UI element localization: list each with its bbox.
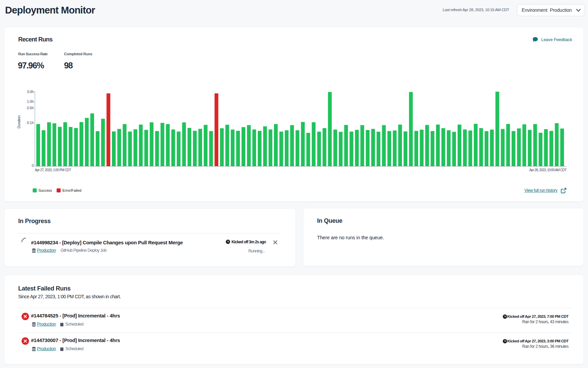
svg-text:0.5h: 0.5h (27, 106, 34, 110)
svg-text:Duration: Duration (17, 116, 21, 129)
svg-text:1.0h: 1.0h (27, 99, 34, 103)
svg-text:Apr 27, 2023, 1:00 PM CDT: Apr 27, 2023, 1:00 PM CDT (35, 168, 71, 172)
svg-text:0.1h: 0.1h (27, 121, 34, 125)
svg-text:3.0h: 3.0h (27, 90, 34, 94)
svg-text:Apr 28, 2023, 10:00 AM CDT: Apr 28, 2023, 10:00 AM CDT (529, 168, 567, 172)
svg-text:0: 0 (32, 163, 34, 167)
